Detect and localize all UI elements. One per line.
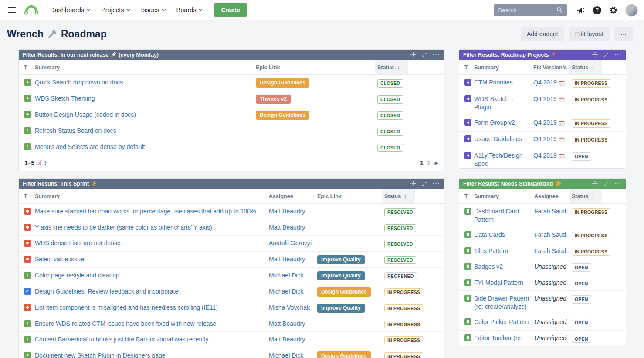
nav-item-boards[interactable]: Boards	[176, 7, 202, 14]
issue-summary-link[interactable]: WDS Sketch Theming	[35, 95, 95, 102]
surveymonkey-logo-icon[interactable]	[24, 4, 39, 16]
hamburger-menu-icon[interactable]	[8, 7, 16, 13]
assignee-link[interactable]: Matt Beaudry	[269, 336, 305, 343]
issue-summary-link[interactable]: Side Drawer Pattern (re: create/analyze)	[474, 295, 529, 310]
issue-summary-link[interactable]: CTM Priorities	[474, 79, 513, 86]
issue-summary-link[interactable]: Data Cards	[474, 231, 505, 238]
issue-summary-link[interactable]: Y axis line needs to be darker (same col…	[35, 224, 212, 231]
help-icon[interactable]: ?	[593, 6, 601, 14]
move-icon[interactable]	[592, 181, 598, 186]
expand-icon[interactable]	[422, 52, 427, 57]
column-header-epic[interactable]: Epic Link	[317, 189, 384, 203]
search-input[interactable]	[498, 7, 556, 14]
epic-link-label[interactable]: Themes v2	[256, 95, 291, 104]
issue-summary-link[interactable]: Color page restyle and cleanup	[35, 272, 119, 279]
announcements-megaphone-icon[interactable]	[576, 7, 585, 14]
column-header-status[interactable]: Status↓	[572, 189, 626, 203]
issue-summary-link[interactable]: Color Picker Pattern	[474, 318, 529, 325]
more-icon[interactable]: ···	[433, 53, 440, 56]
column-header-status[interactable]: Status↓	[377, 60, 421, 74]
issue-summary-link[interactable]: List item component is misaligned and ha…	[35, 304, 218, 311]
expand-icon[interactable]	[422, 181, 427, 186]
more-icon[interactable]: ···	[614, 182, 622, 185]
pagination-page-link[interactable]: 2	[427, 159, 431, 166]
add-gadget-button[interactable]: Add gadget	[521, 27, 564, 41]
create-button[interactable]: Create	[214, 3, 247, 17]
move-icon[interactable]	[410, 181, 416, 186]
assignee-link[interactable]: Michael Dick	[269, 288, 303, 295]
gadget-header[interactable]: Filter Results: In our next release(ever…	[18, 49, 444, 60]
assignee-link[interactable]: Farah Saud	[534, 208, 566, 215]
epic-link-label[interactable]: Design Guidelines	[317, 351, 371, 358]
issue-summary-link[interactable]: A11y Tech/Design Spec	[474, 152, 523, 167]
expand-icon[interactable]	[603, 52, 609, 57]
column-header-status[interactable]: Status↓	[384, 189, 424, 203]
assignee-link[interactable]: Anatolii Gorovyi	[269, 240, 312, 247]
assignee-link[interactable]: Misha Vovchak	[269, 304, 310, 311]
issue-summary-link[interactable]: Quick Search dropdown on docs	[35, 79, 123, 86]
fix-version-link[interactable]: Q4 2019	[533, 152, 557, 160]
epic-link-label[interactable]: Improve Quality	[317, 304, 365, 313]
assignee-link[interactable]: Michael Dick	[269, 352, 303, 358]
gadget-header[interactable]: Filter Results: This Sprint···	[18, 178, 444, 189]
assignee-link[interactable]: Matt Beaudry	[269, 208, 305, 215]
issue-summary-link[interactable]: Tiles Pattern	[474, 247, 508, 254]
issue-summary-link[interactable]: Dashboard Card Pattern	[474, 208, 519, 223]
issue-summary-link[interactable]: FYI Modal Pattern	[474, 279, 523, 286]
issue-summary-link[interactable]: Form Group v2	[474, 119, 515, 126]
issue-summary-link[interactable]: Refresh Status Board on docs	[35, 127, 116, 134]
issue-summary-link[interactable]: Usage Guidelines	[474, 135, 522, 142]
assignee-link[interactable]: Matt Beaudry	[269, 320, 305, 327]
column-header-type[interactable]: T	[19, 60, 35, 74]
fix-version-link[interactable]: Q4 2019	[533, 78, 557, 87]
issue-summary-link[interactable]: Select value issue	[35, 256, 84, 263]
more-icon[interactable]: ···	[614, 53, 622, 56]
issue-summary-link[interactable]: Document new Sketch Plugin in Designers …	[35, 352, 166, 358]
nav-item-issues[interactable]: Issues	[141, 7, 165, 14]
assignee-link[interactable]: Michael Dick	[269, 272, 303, 279]
more-icon[interactable]: ···	[433, 182, 440, 185]
assignee-link[interactable]: Matt Beaudry	[269, 256, 305, 263]
column-header-type[interactable]: T	[459, 189, 474, 203]
issue-summary-link[interactable]: Convert BarVertical to hooks just like B…	[35, 336, 208, 343]
issue-summary-link[interactable]: Button Design Usage (coded in docs)	[35, 111, 136, 118]
epic-link-label[interactable]: Design Guidelines	[317, 287, 371, 297]
epic-link-label[interactable]: Design Guidelines	[256, 78, 309, 88]
result-total-link[interactable]: 9	[43, 159, 47, 166]
settings-gear-icon[interactable]	[609, 6, 617, 14]
more-button[interactable]: ···	[614, 27, 633, 41]
fix-version-link[interactable]: Q4 2019	[533, 95, 557, 103]
issue-summary-link[interactable]: WDS dense Lists are not dense.	[35, 240, 122, 247]
move-icon[interactable]	[410, 52, 416, 57]
column-header-summary[interactable]: Summary	[35, 60, 256, 74]
epic-link-label[interactable]: Design Guidelines	[256, 111, 309, 120]
gadget-header[interactable]: Filter Results: Needs Standardized···	[459, 178, 626, 189]
issue-summary-link[interactable]: Design Guidelines: Review feedback and i…	[35, 288, 178, 295]
nav-item-projects[interactable]: Projects	[101, 7, 129, 14]
epic-link-label[interactable]: Improve Quality	[317, 271, 365, 280]
issue-summary-link[interactable]: Menu's and Selects are dense by default	[35, 143, 145, 150]
epic-link-label[interactable]: Improve Quality	[317, 255, 365, 264]
column-header-epic[interactable]: Epic Link	[256, 60, 377, 74]
column-header-assignee[interactable]: Assignee	[269, 189, 317, 203]
column-header-assignee[interactable]: Assignee	[534, 189, 572, 203]
fix-version-link[interactable]: Q4 2019	[533, 135, 557, 143]
column-header-fix_version[interactable]: Fix Version/s	[533, 60, 572, 74]
fix-version-link[interactable]: Q4 2019	[533, 118, 557, 127]
issue-summary-link[interactable]: Ensure WDS related CTM issues have been …	[35, 320, 216, 327]
assignee-link[interactable]: Matt Beaudry	[269, 224, 305, 231]
search-box[interactable]	[494, 4, 567, 16]
gadget-header[interactable]: Filter Results: Roadmap Projects···	[459, 49, 626, 60]
column-header-summary[interactable]: Summary	[474, 60, 533, 74]
edit-layout-button[interactable]: Edit layout	[569, 27, 610, 41]
user-avatar[interactable]	[625, 4, 638, 17]
pagination-next-icon[interactable]: ▶	[435, 160, 438, 166]
issue-summary-link[interactable]: Editor Toolbar (re:	[474, 334, 522, 341]
issue-summary-link[interactable]: Badges v2	[474, 263, 503, 270]
column-header-status[interactable]: Status↓	[572, 60, 626, 74]
column-header-type[interactable]: T	[459, 60, 474, 74]
assignee-link[interactable]: Farah Saud	[534, 247, 566, 254]
column-header-summary[interactable]: Summary	[474, 189, 534, 203]
column-header-type[interactable]: T	[19, 189, 35, 203]
assignee-link[interactable]: Farah Saud	[534, 231, 566, 238]
